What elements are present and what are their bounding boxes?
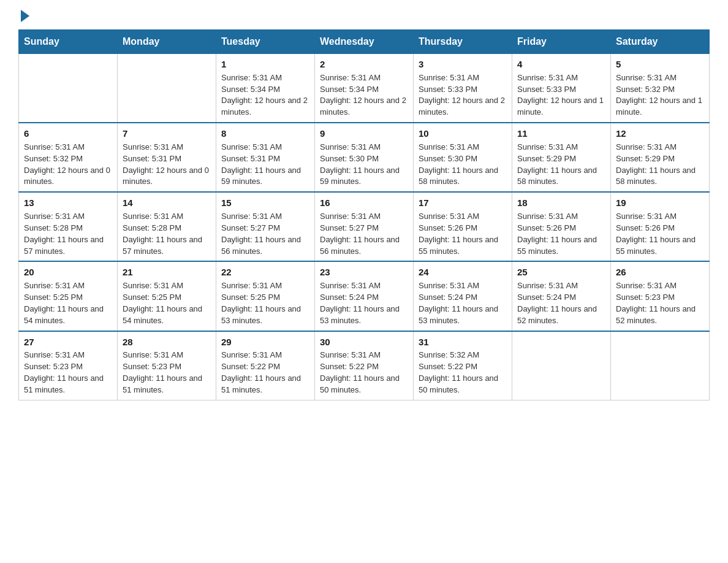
day-info-line: Daylight: 11 hours and 56 minutes. xyxy=(320,234,408,258)
calendar-cell: 29Sunrise: 5:31 AMSunset: 5:22 PMDayligh… xyxy=(216,331,315,400)
header-monday: Monday xyxy=(118,30,216,54)
day-info-line: Daylight: 12 hours and 2 minutes. xyxy=(320,95,408,118)
logo-general-text xyxy=(18,12,29,22)
calendar-cell: 23Sunrise: 5:31 AMSunset: 5:24 PMDayligh… xyxy=(315,261,414,331)
header-friday: Friday xyxy=(512,30,611,54)
day-info-line: Daylight: 11 hours and 50 minutes. xyxy=(419,373,507,396)
day-number: 15 xyxy=(221,196,309,210)
calendar-cell: 24Sunrise: 5:31 AMSunset: 5:24 PMDayligh… xyxy=(414,261,512,331)
calendar-cell: 21Sunrise: 5:31 AMSunset: 5:25 PMDayligh… xyxy=(118,261,216,331)
day-info-line: Daylight: 11 hours and 57 minutes. xyxy=(24,234,112,258)
week-row-1: 1Sunrise: 5:31 AMSunset: 5:34 PMDaylight… xyxy=(19,54,710,123)
day-number: 23 xyxy=(320,266,408,279)
day-number: 10 xyxy=(419,127,507,140)
day-info-line: Sunrise: 5:31 AM xyxy=(616,142,704,153)
day-number: 20 xyxy=(24,266,112,279)
header-saturday: Saturday xyxy=(611,30,710,54)
day-info-line: Sunrise: 5:31 AM xyxy=(517,280,605,292)
day-info-line: Sunrise: 5:31 AM xyxy=(123,211,211,223)
day-number: 19 xyxy=(616,196,704,210)
calendar-cell: 15Sunrise: 5:31 AMSunset: 5:27 PMDayligh… xyxy=(216,192,315,261)
day-info-line: Sunrise: 5:31 AM xyxy=(320,72,408,84)
calendar-cell: 30Sunrise: 5:31 AMSunset: 5:22 PMDayligh… xyxy=(315,331,414,400)
logo-arrow-icon xyxy=(21,10,29,22)
day-info-line: Sunrise: 5:31 AM xyxy=(24,280,112,292)
day-number: 21 xyxy=(123,266,211,279)
day-number: 27 xyxy=(24,335,112,349)
day-info-line: Sunrise: 5:31 AM xyxy=(123,350,211,361)
header-row: SundayMondayTuesdayWednesdayThursdayFrid… xyxy=(19,30,710,54)
day-info-line: Daylight: 12 hours and 1 minute. xyxy=(517,95,605,118)
calendar-cell: 4Sunrise: 5:31 AMSunset: 5:33 PMDaylight… xyxy=(512,54,611,123)
header-thursday: Thursday xyxy=(414,30,512,54)
day-info-line: Sunrise: 5:31 AM xyxy=(419,142,507,153)
day-info-line: Sunset: 5:25 PM xyxy=(221,292,309,304)
day-info-line: Sunset: 5:33 PM xyxy=(419,84,507,96)
day-info-line: Daylight: 11 hours and 55 minutes. xyxy=(517,234,605,258)
calendar-cell: 9Sunrise: 5:31 AMSunset: 5:30 PMDaylight… xyxy=(315,123,414,192)
day-info-line: Sunset: 5:30 PM xyxy=(419,153,507,165)
calendar-cell xyxy=(512,331,611,400)
day-info-line: Sunrise: 5:31 AM xyxy=(320,142,408,153)
calendar-cell: 3Sunrise: 5:31 AMSunset: 5:33 PMDaylight… xyxy=(414,54,512,123)
day-number: 16 xyxy=(320,196,408,210)
day-info-line: Sunset: 5:33 PM xyxy=(517,84,605,96)
day-info-line: Sunset: 5:24 PM xyxy=(320,292,408,304)
calendar-cell: 2Sunrise: 5:31 AMSunset: 5:34 PMDaylight… xyxy=(315,54,414,123)
day-number: 11 xyxy=(517,127,605,140)
calendar-header: SundayMondayTuesdayWednesdayThursdayFrid… xyxy=(19,30,710,54)
day-info-line: Sunrise: 5:31 AM xyxy=(616,72,704,84)
day-info-line: Sunset: 5:22 PM xyxy=(419,361,507,373)
calendar-table: SundayMondayTuesdayWednesdayThursdayFrid… xyxy=(18,29,710,400)
day-info-line: Sunrise: 5:31 AM xyxy=(419,211,507,223)
day-info-line: Sunset: 5:31 PM xyxy=(221,153,309,165)
day-info-line: Sunset: 5:28 PM xyxy=(123,223,211,234)
day-info-line: Sunrise: 5:31 AM xyxy=(221,211,309,223)
day-info-line: Sunset: 5:34 PM xyxy=(320,84,408,96)
day-number: 25 xyxy=(517,266,605,279)
calendar-cell: 17Sunrise: 5:31 AMSunset: 5:26 PMDayligh… xyxy=(414,192,512,261)
page-header xyxy=(18,12,710,20)
calendar-cell: 20Sunrise: 5:31 AMSunset: 5:25 PMDayligh… xyxy=(19,261,118,331)
day-info-line: Daylight: 12 hours and 1 minute. xyxy=(616,95,704,118)
day-number: 4 xyxy=(517,58,605,71)
day-info-line: Sunrise: 5:31 AM xyxy=(517,211,605,223)
day-info-line: Sunset: 5:32 PM xyxy=(24,153,112,165)
day-info-line: Sunrise: 5:31 AM xyxy=(24,211,112,223)
day-info-line: Sunset: 5:23 PM xyxy=(123,361,211,373)
day-number: 24 xyxy=(419,266,507,279)
day-info-line: Daylight: 11 hours and 54 minutes. xyxy=(123,304,211,327)
day-info-line: Sunset: 5:34 PM xyxy=(221,84,309,96)
day-info-line: Sunset: 5:22 PM xyxy=(221,361,309,373)
calendar-cell: 1Sunrise: 5:31 AMSunset: 5:34 PMDaylight… xyxy=(216,54,315,123)
day-info-line: Daylight: 12 hours and 0 minutes. xyxy=(123,165,211,188)
week-row-3: 13Sunrise: 5:31 AMSunset: 5:28 PMDayligh… xyxy=(19,192,710,261)
day-info-line: Daylight: 11 hours and 51 minutes. xyxy=(123,373,211,396)
day-info-line: Daylight: 11 hours and 55 minutes. xyxy=(616,234,704,258)
calendar-cell: 22Sunrise: 5:31 AMSunset: 5:25 PMDayligh… xyxy=(216,261,315,331)
calendar-cell: 18Sunrise: 5:31 AMSunset: 5:26 PMDayligh… xyxy=(512,192,611,261)
day-info-line: Sunset: 5:26 PM xyxy=(419,223,507,234)
calendar-cell: 25Sunrise: 5:31 AMSunset: 5:24 PMDayligh… xyxy=(512,261,611,331)
calendar-cell: 5Sunrise: 5:31 AMSunset: 5:32 PMDaylight… xyxy=(611,54,710,123)
calendar-cell: 14Sunrise: 5:31 AMSunset: 5:28 PMDayligh… xyxy=(118,192,216,261)
calendar-cell xyxy=(19,54,118,123)
day-number: 18 xyxy=(517,196,605,210)
day-number: 31 xyxy=(419,335,507,349)
day-number: 30 xyxy=(320,335,408,349)
day-info-line: Daylight: 12 hours and 2 minutes. xyxy=(419,95,507,118)
day-info-line: Sunrise: 5:31 AM xyxy=(221,72,309,84)
calendar-cell: 7Sunrise: 5:31 AMSunset: 5:31 PMDaylight… xyxy=(118,123,216,192)
day-info-line: Sunrise: 5:31 AM xyxy=(221,280,309,292)
day-number: 26 xyxy=(616,266,704,279)
day-info-line: Sunrise: 5:31 AM xyxy=(221,350,309,361)
week-row-2: 6Sunrise: 5:31 AMSunset: 5:32 PMDaylight… xyxy=(19,123,710,192)
day-number: 5 xyxy=(616,58,704,71)
day-info-line: Sunrise: 5:31 AM xyxy=(24,142,112,153)
week-row-5: 27Sunrise: 5:31 AMSunset: 5:23 PMDayligh… xyxy=(19,331,710,400)
day-info-line: Sunset: 5:28 PM xyxy=(24,223,112,234)
calendar-cell: 28Sunrise: 5:31 AMSunset: 5:23 PMDayligh… xyxy=(118,331,216,400)
day-info-line: Daylight: 11 hours and 59 minutes. xyxy=(320,165,408,188)
day-number: 13 xyxy=(24,196,112,210)
day-info-line: Daylight: 11 hours and 59 minutes. xyxy=(221,165,309,188)
